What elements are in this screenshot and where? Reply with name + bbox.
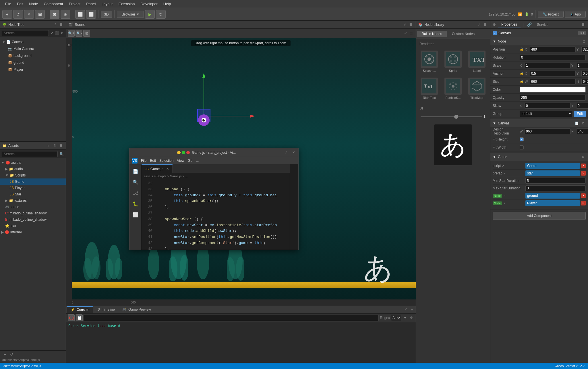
node-section-title[interactable]: ▼ Node ⚙ — [490, 37, 588, 45]
canvas-section-file-btn[interactable]: 📄 — [574, 121, 579, 126]
anchor-lock-button[interactable]: 🔒 — [520, 71, 524, 76]
ui-slider[interactable]: 1 — [418, 113, 488, 120]
scene-fullscreen-button[interactable]: ⤢ — [403, 31, 408, 36]
position-lock-button[interactable]: 🔒 — [520, 47, 524, 52]
lib-item-label[interactable]: TXT Label — [466, 49, 488, 74]
assets-sort-button[interactable]: ⇅ — [52, 143, 57, 148]
skew-y-input[interactable] — [576, 103, 588, 109]
rotation-input[interactable] — [520, 55, 586, 60]
slider-thumb[interactable] — [454, 115, 458, 119]
anchor-y-input[interactable] — [581, 71, 588, 76]
pos-x-input[interactable] — [530, 47, 576, 52]
group-dropdown[interactable]: default ▾ — [520, 111, 573, 117]
scene-expand-button[interactable]: ⤢ — [402, 22, 407, 27]
vscode-close-x-btn[interactable]: ✕ — [291, 150, 296, 155]
vscode-code-editor[interactable]: 32 33 onLoad () { 34 this.groundY = this… — [142, 179, 290, 250]
scale-tool-button[interactable]: ✕ — [24, 10, 34, 19]
lib-tab-builtin[interactable]: Builtin Nodes — [417, 31, 447, 37]
add-component-button[interactable]: Add Component — [493, 212, 586, 220]
scene-menu-button[interactable]: ☰ — [408, 22, 413, 27]
menu-extension[interactable]: Extension — [116, 1, 137, 7]
design-h-input[interactable] — [576, 128, 588, 134]
vscode-menu-more[interactable]: ... — [196, 159, 199, 163]
console-filter-btn[interactable]: ▼ — [403, 315, 408, 320]
properties-menu-button[interactable]: ☰ — [581, 22, 586, 27]
tab-properties[interactable]: Properties — [498, 21, 521, 28]
scene-fit-button[interactable]: ⊡ — [83, 30, 90, 37]
menu-file[interactable]: File — [3, 1, 13, 7]
asset-item-game-scene[interactable]: 🎮 game — [0, 204, 66, 210]
assets-menu-button[interactable]: ☰ — [58, 143, 63, 148]
opacity-input[interactable] — [520, 95, 586, 101]
console-options-button[interactable]: ⚙ — [409, 315, 414, 320]
tab-game-preview[interactable]: 🎮 Game Preview — [119, 306, 154, 313]
lib-item-tiledmap[interactable]: TiledMap — [466, 76, 488, 101]
library-menu-button[interactable]: ☰ — [483, 22, 488, 27]
add-node-button[interactable]: + — [2, 10, 12, 19]
play-button[interactable]: ▶ — [145, 10, 155, 19]
vscode-close-button[interactable] — [186, 151, 190, 154]
node-tree-menu-button[interactable]: ☰ — [59, 22, 64, 27]
assets-search-input[interactable] — [2, 151, 58, 157]
menu-developer[interactable]: Developer — [138, 1, 160, 7]
rotate-tool-button[interactable]: ↺ — [13, 10, 23, 19]
lib-item-splash[interactable]: Splash ... — [418, 49, 440, 74]
tree-item-background[interactable]: 📦 background — [0, 52, 66, 59]
vscode-minimize-button[interactable] — [177, 151, 181, 154]
size-lock-button[interactable]: 🔒 — [520, 79, 524, 84]
tab-service[interactable]: Service — [533, 22, 552, 28]
vscode-extensions-icon[interactable]: ⬜ — [131, 210, 140, 219]
scale-x-input[interactable] — [525, 63, 570, 68]
assets-search-button[interactable]: 🔍 — [59, 151, 64, 157]
console-log-level-select[interactable]: All — [391, 315, 401, 321]
canvas-enabled-checkbox[interactable]: ✓ — [493, 31, 497, 35]
menu-project[interactable]: Project — [67, 1, 83, 7]
menu-layout[interactable]: Layout — [99, 1, 115, 7]
gizmo-btn-1[interactable]: ⬜ — [75, 10, 85, 19]
vscode-menu-file[interactable]: File — [141, 159, 146, 163]
pos-y-input[interactable] — [581, 47, 588, 52]
asset-item-root[interactable]: ▼ 🔴 assets — [0, 159, 66, 166]
skew-x-input[interactable] — [525, 103, 570, 109]
lib-tab-custom[interactable]: Custom Nodes — [447, 31, 479, 37]
asset-item-player-js[interactable]: JS Player — [0, 185, 66, 191]
node-tree-search-refresh[interactable]: ↺ — [61, 30, 65, 36]
tab-timeline[interactable]: ⏱ Timeline — [93, 306, 118, 313]
library-expand-button[interactable]: ⤢ — [476, 22, 481, 27]
asset-item-star-js[interactable]: JS Star — [0, 191, 66, 197]
node-gear-icon[interactable]: ⚙ — [582, 39, 586, 44]
menu-panel[interactable]: Panel — [84, 1, 98, 7]
asset-item-audio[interactable]: ▶ 📁 audio — [0, 166, 66, 172]
menu-help[interactable]: Help — [161, 1, 173, 7]
refresh-button[interactable]: ↻ — [156, 10, 166, 19]
refresh-assets-button[interactable]: ↺ — [9, 352, 14, 357]
asset-item-star-img[interactable]: ⭐ star — [0, 223, 66, 229]
vscode-git-icon[interactable]: ⎇ — [131, 189, 140, 197]
tree-item-main-camera[interactable]: 📷 Main Camera — [0, 45, 66, 52]
canvas-section-gear-btn[interactable]: ⚙ — [581, 121, 586, 126]
menu-node[interactable]: Node — [27, 1, 40, 7]
gizmo-btn-2[interactable]: ⬜ — [86, 10, 96, 19]
lib-item-particle[interactable]: ParticleS... — [442, 76, 464, 101]
node-tree-search-input[interactable] — [2, 30, 49, 36]
lib-item-sprite[interactable]: Sprite — [442, 49, 464, 74]
game-prefab-remove-btn[interactable]: ✕ — [581, 171, 586, 176]
game-player-remove-btn[interactable]: ✕ — [581, 201, 586, 205]
tab-close-icon[interactable]: ✕ — [166, 167, 169, 171]
move-tool-button[interactable]: ⊡ — [50, 10, 59, 19]
asset-item-internal[interactable]: ▶ 🔴 internal — [0, 229, 66, 235]
asset-item-mikado1[interactable]: Bf mikado_outline_shadow — [0, 210, 66, 216]
vscode-explorer-icon[interactable]: 📄 — [131, 167, 140, 175]
vscode-menu-view[interactable]: View — [177, 159, 184, 163]
asset-item-scripts[interactable]: ▼ 📁 Scripts — [0, 172, 66, 178]
node-tree-refresh-button[interactable]: ↺ — [52, 22, 57, 27]
add-tool-button[interactable]: ⊕ — [61, 10, 70, 19]
vscode-menu-selection[interactable]: Selection — [159, 159, 173, 163]
vscode-debug-icon[interactable]: 🐛 — [131, 199, 140, 208]
menu-component[interactable]: Component — [41, 1, 65, 7]
vscode-expand-btn[interactable]: ⤢ — [283, 150, 289, 155]
fit-width-checkbox[interactable] — [520, 145, 524, 149]
canvas-props-section-title[interactable]: ▼ Canvas 📄 ⚙ — [490, 119, 588, 127]
scale-y-input[interactable] — [576, 63, 588, 68]
scene-zoom-out-button[interactable]: 🔍- — [76, 30, 82, 37]
